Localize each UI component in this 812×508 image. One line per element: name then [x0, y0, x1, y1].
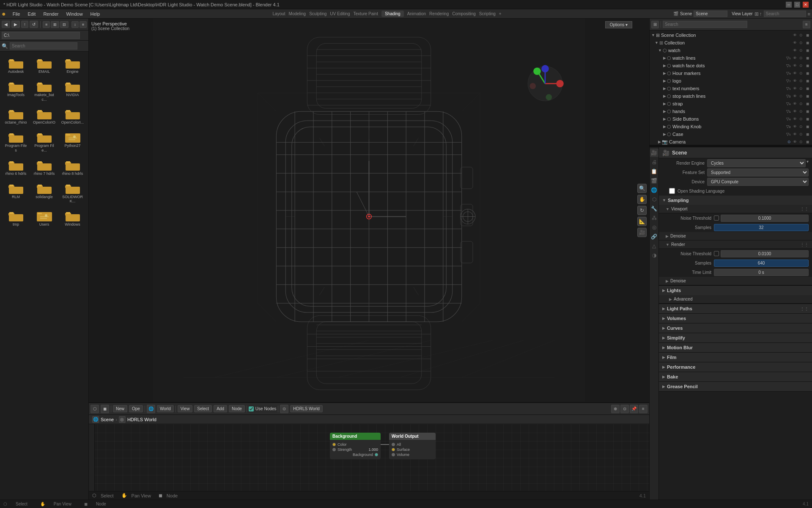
open-shading-checkbox[interactable] [669, 188, 675, 194]
prop-render-icon-btn[interactable]: 🎥 [650, 149, 658, 157]
file-item[interactable]: octane_rhino [3, 105, 29, 127]
view-layer-filter[interactable]: ≡ [808, 11, 810, 17]
hour-markers-arrow[interactable]: ▶ [663, 71, 666, 75]
hm-render-icon[interactable]: ◼ [804, 70, 810, 76]
file-item[interactable]: Python27 [59, 128, 86, 155]
vp-noise-value[interactable]: 0.1000 [721, 215, 809, 222]
file-item[interactable]: Program File... [31, 128, 58, 155]
motion-blur-section-header[interactable]: ▶ Motion Blur [659, 343, 812, 352]
case-row[interactable]: ▶ ⬡ Case ▽₅ 👁 ⊙ ◼ [650, 130, 812, 138]
node-select-button[interactable]: Select [194, 405, 212, 412]
winding-knob-row[interactable]: ▶ ⬡ Winding Knob ▽₂ 👁 ⊙ ◼ [650, 123, 812, 130]
wk-eye-icon[interactable]: 👁 [792, 124, 798, 130]
curves-section-header[interactable]: ▶ Curves [659, 323, 812, 333]
node-shade-icon[interactable]: ◼ [101, 405, 109, 413]
watch-render-icon[interactable]: ◼ [804, 47, 810, 53]
watch-lines-row[interactable]: ▶ ⬡ watch lines ▽₅ 👁 ⊙ ◼ [650, 54, 812, 62]
st-render-icon[interactable]: ◼ [804, 101, 810, 107]
sampling-section-header[interactable]: ▼ Sampling [659, 196, 812, 205]
col-select-icon[interactable]: ⊙ [798, 40, 804, 46]
prop-constraints-icon-btn[interactable]: 🔗 [650, 232, 658, 241]
file-item[interactable]: Engine [59, 54, 86, 76]
render-samples-value[interactable]: 640 [714, 260, 809, 267]
filter-button[interactable]: ≡ [80, 21, 87, 28]
swl-eye-icon[interactable]: 👁 [792, 93, 798, 99]
text-numbers-arrow[interactable]: ▶ [663, 86, 666, 91]
vp-camera-lock-icon[interactable]: 🎥 [637, 228, 647, 237]
tn-select-icon[interactable]: ⊙ [798, 86, 804, 91]
col-render-icon[interactable]: ◼ [804, 40, 810, 46]
node-open-button[interactable]: Ope [129, 405, 143, 412]
grid-view-button2[interactable]: ⊟ [60, 21, 69, 28]
node-add-button[interactable]: Add [214, 405, 227, 412]
prop-physics-icon-btn[interactable]: ◎ [650, 223, 658, 232]
simplify-section-header[interactable]: ▶ Simplify [659, 333, 812, 342]
node-node-button[interactable]: Node [229, 405, 245, 412]
view-layer-search[interactable] [764, 11, 806, 17]
list-view-button[interactable]: ≡ [43, 21, 50, 28]
file-item[interactable]: EMAIL [31, 54, 58, 76]
tn-eye-icon[interactable]: 👁 [792, 86, 798, 91]
sb-eye-icon[interactable]: 👁 [792, 116, 798, 122]
winding-knob-arrow[interactable]: ▶ [663, 124, 666, 129]
denoise-subsection[interactable]: ▶ Denoise [659, 232, 812, 240]
lg-render-icon[interactable]: ◼ [804, 78, 810, 84]
ca-render-icon[interactable]: ◼ [804, 131, 810, 137]
cam-select-icon[interactable]: ⊙ [798, 139, 804, 145]
nd-snap-icon[interactable]: ⊙ [620, 405, 629, 413]
file-item[interactable]: rhino 6 hdrls [3, 156, 29, 178]
minimize-button[interactable]: ─ [786, 2, 792, 8]
wl-select-icon[interactable]: ⊙ [798, 55, 804, 61]
logo-arrow[interactable]: ▶ [663, 79, 666, 83]
file-item[interactable]: Users [31, 207, 58, 229]
render-sub-dots[interactable]: ⋮⋮ [800, 242, 809, 247]
prop-material-icon-btn[interactable]: ◑ [650, 251, 658, 260]
vp-zoom-icon[interactable]: 🔍 [637, 184, 647, 193]
scene-collection-arrow[interactable]: ▼ [651, 33, 655, 37]
node-view-button[interactable]: View [178, 405, 193, 412]
node-hdrls-world-button[interactable]: HDRLS World [290, 405, 323, 412]
watch-row[interactable]: ▼ ⬡ watch 👁 ⊙ ◼ [650, 47, 812, 54]
prop-obj-icon-btn[interactable]: ⬡ [650, 195, 658, 204]
stop-watch-lines-row[interactable]: ▶ ⬡ stop watch lines ▽₂ 👁 ⊙ ◼ [650, 92, 812, 100]
sb-select-icon[interactable]: ⊙ [798, 116, 804, 122]
close-button[interactable]: ✕ [803, 2, 809, 8]
watch-arrow[interactable]: ▼ [658, 48, 662, 52]
options-button[interactable]: Options ▾ [605, 21, 632, 28]
render-noise-checkbox[interactable] [714, 251, 719, 256]
advanced-subsection[interactable]: ▶ Advanced [659, 295, 812, 304]
film-section-header[interactable]: ▶ Film [659, 353, 812, 362]
text-numbers-row[interactable]: ▶ ⬡ text numbers ▽₅ 👁 ⊙ ◼ [650, 85, 812, 92]
lg-eye-icon[interactable]: 👁 [792, 78, 798, 84]
shading-tab-active[interactable]: Shading [381, 11, 404, 17]
render-engine-select[interactable]: Cycles EEVEE Workbench [707, 159, 806, 167]
time-limit-value[interactable]: 0 s [714, 269, 809, 276]
collection-arrow[interactable]: ▼ [655, 41, 658, 45]
hands-row[interactable]: ▶ ⬡ hands ▽₁ 👁 ⊙ ◼ [650, 108, 812, 115]
node-world-icon[interactable]: 🌐 [147, 405, 155, 413]
collection-row[interactable]: ▼ ⊞ Collection 👁 ⊙ ◼ [650, 39, 812, 47]
hm-select-icon[interactable]: ⊙ [798, 70, 804, 76]
st-select-icon[interactable]: ⊙ [798, 101, 804, 107]
wfd-select-icon[interactable]: ⊙ [798, 63, 804, 69]
hm-eye-icon[interactable]: 👁 [792, 70, 798, 76]
node-canvas[interactable]: Background Color Strength 1.000 Backgr [89, 424, 649, 491]
menu-render[interactable]: Render [40, 11, 62, 17]
lights-section-header[interactable]: ▶ Lights [659, 286, 812, 295]
file-item[interactable]: Windows [59, 207, 86, 229]
file-item[interactable]: Autodesk [3, 54, 29, 76]
wk-select-icon[interactable]: ⊙ [798, 124, 804, 130]
case-arrow[interactable]: ▶ [663, 132, 666, 136]
out-render-icon[interactable]: ◼ [804, 32, 810, 38]
file-item[interactable]: OpenColorI... [59, 105, 86, 127]
vp-rotate-icon[interactable]: ↻ [637, 206, 647, 215]
file-item[interactable]: tmp [3, 207, 29, 229]
nd-pin-icon[interactable]: 📌 [630, 405, 638, 413]
view-layer-icon1[interactable]: ⊞ [754, 11, 759, 17]
sort-button[interactable]: ↕ [71, 21, 79, 28]
prop-modifier-icon-btn[interactable]: 🔧 [650, 204, 658, 213]
menu-edit[interactable]: Edit [24, 11, 39, 17]
outliner-type-icon[interactable]: ⊞ [651, 21, 659, 28]
file-item[interactable]: rhino 8 hdrls [59, 156, 86, 178]
file-item[interactable]: rhino 7 hdrls [31, 156, 58, 178]
